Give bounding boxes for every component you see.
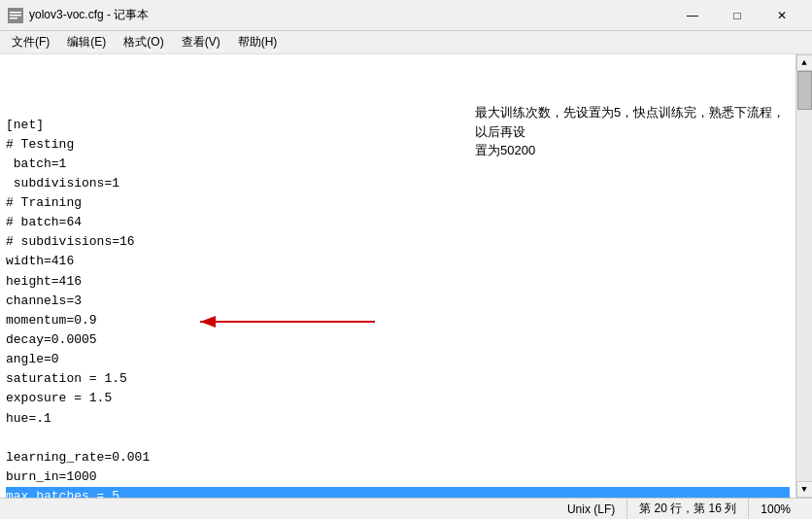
status-position: 第 20 行，第 16 列 <box>626 499 748 519</box>
editor-line: angle=0 <box>6 350 790 369</box>
editor-line: height=416 <box>6 272 790 292</box>
editor-line: decay=0.0005 <box>6 330 790 350</box>
maximize-button[interactable]: □ <box>715 0 760 31</box>
menu-file[interactable]: 文件(F) <box>4 32 57 52</box>
editor-line: width=416 <box>6 252 790 271</box>
menu-view[interactable]: 查看(V) <box>174 32 228 52</box>
menu-format[interactable]: 格式(O) <box>116 32 171 52</box>
svg-rect-1 <box>10 12 21 14</box>
app-icon <box>8 8 23 23</box>
status-bar: Unix (LF) 第 20 行，第 16 列 100% <box>0 498 812 519</box>
status-zoom: 100% <box>748 499 802 519</box>
menu-bar: 文件(F) 编辑(E) 格式(O) 查看(V) 帮助(H) <box>0 31 812 54</box>
close-button[interactable]: ✕ <box>760 0 804 31</box>
menu-edit[interactable]: 编辑(E) <box>59 32 114 52</box>
editor-line: burn_in=1000 <box>6 467 790 487</box>
scroll-thumb[interactable] <box>797 71 812 110</box>
scroll-down-button[interactable]: ▼ <box>796 481 813 498</box>
editor-line: max_batches = 5 <box>6 487 790 498</box>
editor-line: # batch=64 <box>6 213 790 232</box>
svg-rect-2 <box>10 15 21 17</box>
menu-help[interactable]: 帮助(H) <box>230 32 286 52</box>
editor-line: saturation = 1.5 <box>6 369 790 389</box>
annotation-box: 最大训练次数，先设置为5，快点训练完，熟悉下流程，以后再设置为50200 <box>475 103 786 160</box>
scroll-track[interactable] <box>796 71 812 481</box>
editor-line: momentum=0.9 <box>6 311 790 330</box>
editor-line: hue=.1 <box>6 409 790 429</box>
editor-line: subdivisions=1 <box>6 174 790 193</box>
editor-line: # Training <box>6 193 790 213</box>
editor[interactable]: [net]# Testing batch=1 subdivisions=1# T… <box>0 54 795 498</box>
editor-line <box>6 429 790 448</box>
minimize-button[interactable]: — <box>670 0 715 31</box>
editor-line: learning_rate=0.001 <box>6 448 790 467</box>
scrollbar-vertical[interactable]: ▲ ▼ <box>795 54 812 498</box>
annotation-text: 最大训练次数，先设置为5，快点训练完，熟悉下流程，以后再设置为50200 <box>475 105 785 157</box>
main-area: [net]# Testing batch=1 subdivisions=1# T… <box>0 54 812 498</box>
svg-rect-3 <box>10 17 17 19</box>
editor-line: exposure = 1.5 <box>6 389 790 408</box>
editor-line: # subdivisions=16 <box>6 232 790 252</box>
editor-line: channels=3 <box>6 292 790 311</box>
scroll-up-button[interactable]: ▲ <box>796 54 813 71</box>
window-title: yolov3-voc.cfg - 记事本 <box>29 7 149 23</box>
title-bar: yolov3-voc.cfg - 记事本 — □ ✕ <box>0 0 812 31</box>
status-encoding: Unix (LF) <box>556 499 626 519</box>
